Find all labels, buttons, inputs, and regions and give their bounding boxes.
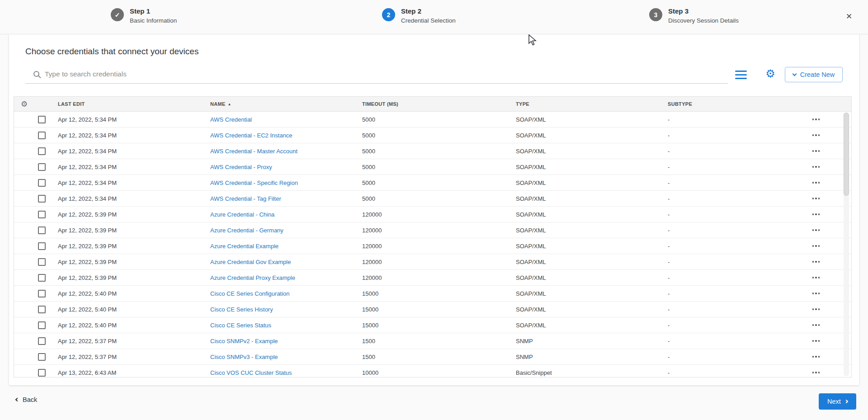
row-checkbox[interactable] — [38, 147, 46, 155]
cell-subtype: - — [662, 322, 804, 329]
credential-name-link[interactable]: Cisco SNMPv3 - Example — [210, 354, 278, 360]
credential-name-link[interactable]: Cisco CE Series Configuration — [210, 290, 290, 297]
cell-name: Cisco SNMPv3 - Example — [205, 354, 357, 360]
search-input[interactable] — [45, 70, 728, 78]
table-row: Apr 12, 2022, 5:34 PM AWS Credential - M… — [14, 143, 851, 159]
row-checkbox[interactable] — [38, 353, 46, 361]
cell-subtype: - — [662, 354, 804, 360]
back-label: Back — [23, 396, 37, 403]
column-settings-gear-icon[interactable]: ⚙ — [14, 100, 34, 108]
chevron-left-icon — [15, 398, 19, 401]
row-checkbox[interactable] — [38, 337, 46, 345]
step-1-sublabel: Basic Information — [130, 17, 177, 24]
next-button[interactable]: Next — [819, 393, 856, 410]
settings-gear-icon[interactable]: ⚙ — [763, 66, 778, 81]
cell-timeout: 120000 — [357, 274, 510, 281]
credential-name-link[interactable]: Cisco CE Series Status — [210, 322, 271, 329]
cell-timeout: 15000 — [357, 306, 510, 313]
cell-type: SOAP/XML — [510, 227, 662, 234]
row-checkbox[interactable] — [38, 321, 46, 329]
cell-last-edit: Apr 12, 2022, 5:39 PM — [52, 274, 205, 281]
table-scrollbar-thumb[interactable] — [844, 113, 849, 196]
credential-name-link[interactable]: AWS Credential - Proxy — [210, 164, 272, 170]
row-checkbox[interactable] — [38, 195, 46, 203]
credential-name-link[interactable]: Cisco SNMPv2 - Example — [210, 338, 278, 344]
table-scrollbar-track[interactable] — [844, 113, 849, 376]
credential-name-link[interactable]: Azure Credential Example — [210, 243, 278, 250]
cell-timeout: 120000 — [357, 259, 510, 265]
row-checkbox[interactable] — [38, 179, 46, 187]
row-checkbox[interactable] — [38, 211, 46, 218]
row-checkbox[interactable] — [38, 306, 46, 313]
column-header-subtype[interactable]: SUBTYPE — [662, 101, 804, 107]
credential-name-link[interactable]: AWS Credential - Tag Filter — [210, 195, 281, 202]
step-2[interactable]: 2 Step 2 Credential Selection — [382, 7, 456, 24]
column-header-name[interactable]: NAME ▲ — [205, 101, 357, 107]
credential-name-link[interactable]: AWS Credential - Specific Region — [210, 179, 298, 186]
row-checkbox[interactable] — [38, 132, 46, 139]
cell-type: SOAP/XML — [510, 195, 662, 202]
next-label: Next — [827, 398, 841, 405]
back-button[interactable]: Back — [16, 396, 37, 403]
cell-last-edit: Apr 12, 2022, 5:40 PM — [52, 290, 205, 297]
list-menu-icon[interactable] — [735, 71, 747, 79]
close-icon[interactable]: ✕ — [843, 10, 855, 23]
cell-name: AWS Credential - Proxy — [205, 164, 357, 170]
column-header-last-edit[interactable]: LAST EDIT — [52, 101, 205, 107]
credential-selection-panel: Choose credentials that connect your dev… — [9, 34, 859, 385]
row-checkbox[interactable] — [38, 274, 46, 282]
cell-last-edit: Apr 12, 2022, 5:39 PM — [52, 243, 205, 250]
cell-type: SOAP/XML — [510, 243, 662, 250]
step-3-label: Step 3 — [668, 7, 739, 15]
credential-name-link[interactable]: Azure Credential - China — [210, 211, 274, 218]
column-header-type[interactable]: TYPE — [510, 101, 662, 107]
cell-name: Azure Credential Proxy Example — [205, 274, 357, 281]
credential-name-link[interactable]: Cisco CE Series History — [210, 306, 273, 313]
cell-last-edit: Apr 12, 2022, 5:34 PM — [52, 195, 205, 202]
cell-name: Cisco CE Series Configuration — [205, 290, 357, 297]
cell-type: SOAP/XML — [510, 274, 662, 281]
row-checkbox[interactable] — [38, 242, 46, 250]
cell-timeout: 120000 — [357, 243, 510, 250]
cell-type: SNMP — [510, 338, 662, 344]
credential-name-link[interactable]: AWS Credential — [210, 116, 252, 123]
credential-name-link[interactable]: AWS Credential - Master Account — [210, 148, 297, 155]
row-checkbox[interactable] — [38, 369, 46, 377]
cell-timeout: 120000 — [357, 211, 510, 218]
create-new-label: Create New — [800, 71, 835, 78]
search-icon — [33, 71, 39, 77]
create-new-button[interactable]: Create New — [785, 67, 843, 82]
table-row: Apr 12, 2022, 5:39 PM Azure Credential P… — [14, 270, 851, 286]
step-2-number-badge: 2 — [382, 8, 395, 21]
cell-last-edit: Apr 12, 2022, 5:34 PM — [52, 148, 205, 155]
step-1[interactable]: ✓ Step 1 Basic Information — [111, 7, 177, 24]
cell-name: AWS Credential — [205, 116, 357, 123]
cell-timeout: 15000 — [357, 322, 510, 329]
wizard-stepper-bar: ✓ Step 1 Basic Information 2 Step 2 Cred… — [0, 0, 868, 34]
credential-name-link[interactable]: Cisco VOS CUC Cluster Status — [210, 369, 292, 376]
row-checkbox[interactable] — [38, 290, 46, 297]
credential-name-link[interactable]: Azure Credential Proxy Example — [210, 274, 295, 281]
column-header-timeout[interactable]: TIMEOUT (MS) — [357, 101, 510, 107]
chevron-right-icon — [844, 400, 848, 403]
cell-timeout: 120000 — [357, 227, 510, 234]
table-row: Apr 12, 2022, 5:34 PM AWS Credential - E… — [14, 127, 851, 143]
credential-name-link[interactable]: Azure Credential - Germany — [210, 227, 283, 234]
row-checkbox[interactable] — [38, 116, 46, 123]
chevron-down-icon — [792, 71, 797, 76]
cell-type: SOAP/XML — [510, 148, 662, 155]
row-checkbox[interactable] — [38, 163, 46, 171]
cell-name: AWS Credential - Master Account — [205, 148, 357, 155]
cell-name: Cisco CE Series History — [205, 306, 357, 313]
cell-type: SOAP/XML — [510, 322, 662, 329]
credential-name-link[interactable]: AWS Credential - EC2 Instance — [210, 132, 292, 139]
credential-name-link[interactable]: Azure Credential Gov Example — [210, 259, 291, 265]
cell-name: AWS Credential - Specific Region — [205, 179, 357, 186]
step-3-sublabel: Discovery Session Details — [668, 17, 739, 24]
cell-subtype: - — [662, 211, 804, 218]
cell-subtype: - — [662, 164, 804, 170]
row-checkbox[interactable] — [38, 258, 46, 266]
row-checkbox[interactable] — [38, 227, 46, 234]
cell-type: SOAP/XML — [510, 211, 662, 218]
step-3[interactable]: 3 Step 3 Discovery Session Details — [649, 7, 739, 24]
